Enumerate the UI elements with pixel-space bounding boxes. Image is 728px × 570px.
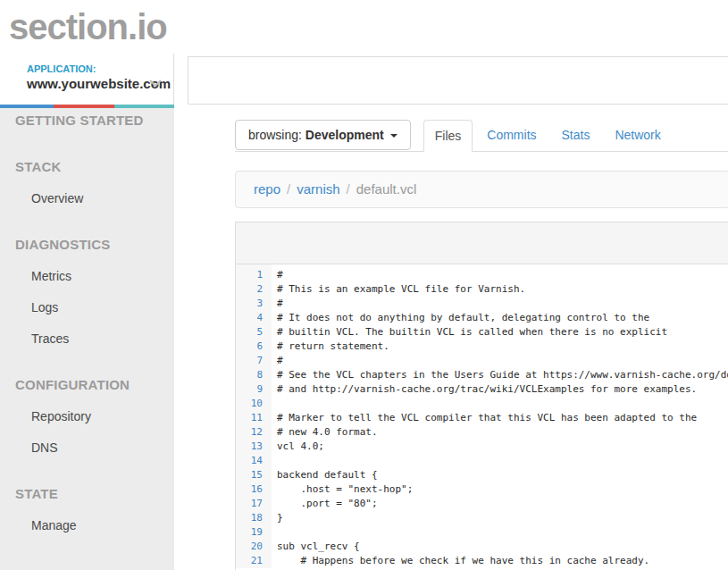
logo-text: section.io [9, 4, 167, 50]
line-content: # [263, 268, 283, 282]
line-number: 13 [236, 440, 263, 454]
code-line: 21 # Happens before we check if we have … [236, 554, 728, 568]
line-number: 21 [236, 554, 263, 568]
nav-heading-stack: STACK [0, 156, 174, 178]
branch-selector-button[interactable]: browsing: Development [235, 120, 411, 150]
line-content: .port = "80"; [263, 497, 378, 511]
caret-down-icon [390, 134, 397, 138]
sidebar-item-metrics[interactable]: Metrics [0, 265, 174, 287]
nav-heading-getting-started: GETTING STARTED [0, 110, 174, 131]
tab-list: FilesCommitsStatsNetwork [422, 120, 674, 151]
code-line: 10 [236, 397, 728, 411]
breadcrumb-separator: / [280, 181, 297, 197]
file-viewer: 1#2# This is an example VCL file for Var… [235, 222, 728, 570]
repository-content: browsing: Development FilesCommitsStatsN… [235, 120, 728, 570]
sidebar-item-traces[interactable]: Traces [0, 328, 174, 349]
line-content: .host = "next-hop"; [263, 482, 413, 497]
line-content: backend default { [263, 468, 378, 482]
line-content: # Happens before we check if we have thi… [263, 554, 649, 568]
file-viewer-header [236, 222, 728, 264]
tab-files[interactable]: Files [423, 120, 473, 152]
line-content: # See the VCL chapters in the Users Guid… [263, 368, 728, 382]
branch-selector-prefix: browsing: [248, 128, 305, 142]
breadcrumb: repo/varnish/default.vcl [235, 171, 728, 208]
sidebar: APPLICATION: www.yourwebsite.com GETTING… [0, 54, 174, 570]
line-number: 18 [236, 511, 263, 525]
code-line: 6# return statement. [236, 339, 728, 354]
line-number: 2 [236, 282, 263, 297]
code-line: 20sub vcl_recv { [236, 540, 728, 554]
code-line: 5# builtin VCL. The builtin VCL is calle… [236, 325, 728, 339]
line-content: # and http://varnish-cache.org/trac/wiki… [263, 382, 697, 397]
line-content: # builtin VCL. The builtin VCL is called… [263, 325, 667, 339]
line-content: # [263, 354, 283, 368]
side-nav: GETTING STARTEDSTACKOverviewDIAGNOSTICSM… [0, 108, 174, 570]
code-body: 1#2# This is an example VCL file for Var… [236, 264, 728, 568]
code-line: 2# This is an example VCL file for Varni… [236, 282, 728, 297]
line-content [263, 525, 277, 540]
line-number: 20 [236, 540, 263, 554]
line-content: # [263, 297, 283, 311]
line-content: sub vcl_recv { [263, 540, 360, 554]
line-number: 14 [236, 454, 263, 468]
tab-network[interactable]: Network [604, 120, 671, 151]
code-line: 1# [236, 268, 728, 282]
line-content: # Marker to tell the VCL compiler that t… [263, 411, 697, 425]
nav-heading-state: STATE [0, 483, 174, 505]
line-number: 11 [236, 411, 263, 425]
code-line: 4# It does not do anything by default, d… [236, 311, 728, 325]
code-line: 13vcl 4.0; [236, 440, 728, 454]
line-number: 15 [236, 468, 263, 482]
line-content: # It does not do anything by default, de… [263, 311, 649, 325]
line-number: 17 [236, 497, 263, 511]
code-line: 8# See the VCL chapters in the Users Gui… [236, 368, 728, 382]
code-line: 3# [236, 297, 728, 311]
code-line: 11# Marker to tell the VCL compiler that… [236, 411, 728, 425]
line-content: # return statement. [263, 339, 389, 354]
breadcrumb-default-vcl: default.vcl [356, 181, 417, 197]
sidebar-item-logs[interactable]: Logs [0, 297, 174, 318]
code-line: 7# [236, 354, 728, 368]
line-number: 5 [236, 325, 263, 339]
line-number: 19 [236, 525, 263, 540]
tab-commits[interactable]: Commits [476, 120, 547, 151]
code-line: 17 .port = "80"; [236, 497, 728, 511]
sidebar-item-repository[interactable]: Repository [0, 406, 174, 427]
code-line: 18} [236, 511, 728, 525]
line-content: vcl 4.0; [263, 440, 324, 454]
line-number: 8 [236, 368, 263, 382]
top-panel [188, 56, 728, 105]
breadcrumb-separator: / [340, 181, 356, 197]
sidebar-item-manage[interactable]: Manage [0, 515, 174, 536]
line-number: 12 [236, 425, 263, 440]
line-number: 4 [236, 311, 263, 325]
line-content: # This is an example VCL file for Varnis… [263, 282, 525, 297]
tabs-row: browsing: Development FilesCommitsStatsN… [235, 120, 728, 152]
code-line: 14 [236, 454, 728, 468]
branch-selector-value: Development [305, 128, 384, 142]
application-label: APPLICATION: [27, 63, 173, 74]
line-content: } [263, 511, 283, 525]
line-content: # new 4.0 format. [263, 425, 378, 440]
line-number: 16 [236, 482, 263, 497]
code-line: 19 [236, 525, 728, 540]
application-selector[interactable]: APPLICATION: www.yourwebsite.com [0, 54, 174, 105]
breadcrumb-varnish[interactable]: varnish [297, 181, 339, 197]
code-line: 16 .host = "next-hop"; [236, 482, 728, 497]
sidebar-item-overview[interactable]: Overview [0, 188, 174, 209]
line-number: 3 [236, 297, 263, 311]
chevron-down-icon [148, 75, 163, 91]
line-content [263, 454, 277, 468]
code-line: 15backend default { [236, 468, 728, 482]
line-number: 1 [236, 268, 263, 282]
nav-heading-configuration: CONFIGURATION [0, 374, 174, 396]
sidebar-item-dns[interactable]: DNS [0, 437, 174, 458]
code-line: 9# and http://varnish-cache.org/trac/wik… [236, 382, 728, 397]
breadcrumb-repo[interactable]: repo [254, 181, 280, 197]
nav-heading-diagnostics: DIAGNOSTICS [0, 234, 174, 256]
code-line: 12# new 4.0 format. [236, 425, 728, 440]
tab-stats[interactable]: Stats [551, 120, 601, 151]
line-number: 7 [236, 354, 263, 368]
line-number: 9 [236, 382, 263, 397]
line-number: 10 [236, 397, 263, 411]
